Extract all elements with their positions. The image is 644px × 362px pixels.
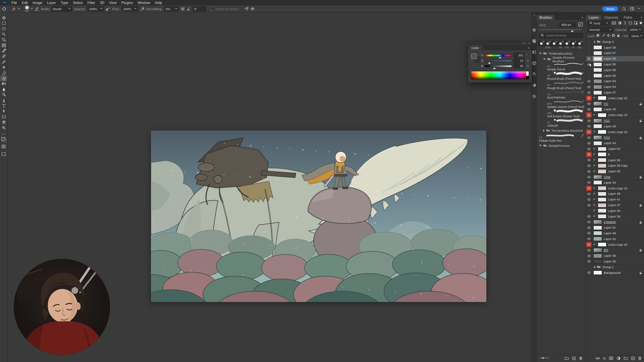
mode-select[interactable]: Brush [51,6,72,11]
layer-row[interactable]: Creature [586,220,644,225]
layer-thumbnail[interactable] [598,208,606,213]
tab-paths[interactable]: Paths [621,15,635,20]
layer-name[interactable]: b [608,153,610,156]
color-panel-icon[interactable] [532,27,536,33]
layer-row[interactable]: FG2 [586,135,644,141]
visibility-eye-toggle[interactable] [586,270,592,276]
menu-select[interactable]: Select [70,1,85,5]
layer-name[interactable]: Layer 36 [604,254,616,257]
brush-folder[interactable]: Tim-brushes-Nov2019 [537,128,585,133]
layer-thumbnail[interactable] [593,68,602,72]
visibility-eye-toggle[interactable] [586,231,592,236]
layer-row[interactable]: Layer 52 [586,146,644,152]
adjustments-panel-icon[interactable] [532,82,536,88]
expand-panels-icon[interactable]: « [533,14,535,17]
layer-row[interactable]: Layer 58 [586,45,644,51]
layer-name[interactable]: Lines copy 10 [608,97,627,100]
layer-thumbnail[interactable] [598,152,606,157]
visibility-eye-toggle[interactable] [586,220,592,225]
menu-plugins[interactable]: Plugins [119,1,135,5]
layer-name[interactable]: Layer 35 [604,260,616,263]
new-group-folder-icon[interactable] [624,357,628,361]
filter-toggle-icon[interactable] [639,21,642,25]
layer-row[interactable]: Layer 60 [586,56,644,62]
opacity-field[interactable]: 100% [87,6,104,11]
visibility-eye-toggle[interactable] [586,236,592,242]
layer-group-row[interactable]: Group 1 [586,264,644,270]
eraser-tool-icon[interactable] [11,7,16,11]
crop-tool[interactable] [0,37,7,43]
blend-mode-select[interactable]: Normal [588,27,613,32]
foreground-color-swatch[interactable] [471,54,477,59]
visibility-eye-toggle[interactable] [586,45,592,50]
brush-preset[interactable]: 800Splatter texture (Pencil Tool) [537,100,585,109]
brush-folder[interactable]: Simple Process Brushes [537,56,585,62]
brush-preset[interactable]: 10Simple Pencil [537,62,585,71]
eyedropper-tool[interactable] [0,48,7,53]
recent-brush-tile[interactable]: 60 [558,41,564,49]
visibility-eye-toggle[interactable] [586,56,592,61]
b-value-field[interactable]: 35 [514,64,525,68]
layer-opacity-field[interactable]: 100% [628,27,643,32]
menu-image[interactable]: Image [30,1,45,5]
brush-preset[interactable]: 14...Dust Particles [537,90,585,100]
layer-thumbnail[interactable] [598,96,606,100]
brush-search[interactable] [539,33,583,38]
layer-row[interactable]: Layer 46 [586,107,644,113]
edit-toolbar-icon[interactable]: ••• [2,132,5,135]
brush-preset[interactable]: 15Pallete Knife Pen [537,133,585,143]
visibility-eye-toggle[interactable] [586,214,592,219]
layer-name[interactable]: Layer 44 [604,141,616,145]
layer-thumbnail[interactable] [593,85,602,89]
quick-mask-icon[interactable] [1,144,6,150]
visibility-eye-toggle[interactable] [586,118,592,123]
brush-settings-icon[interactable] [578,22,583,27]
foreground-background-swatches[interactable] [471,54,480,62]
pressure-opacity-icon[interactable] [106,7,110,11]
chevron-right-icon[interactable] [543,129,545,132]
link-layers-icon[interactable] [595,356,600,361]
brush-size-slider[interactable] [540,28,581,32]
recent-brush-tile[interactable] [551,41,557,49]
layer-name[interactable]: Layer 40 [608,209,620,213]
layer-row[interactable]: Layer 38 [586,169,644,174]
layer-thumbnail[interactable] [593,90,602,95]
share-button[interactable]: Share [602,6,618,11]
layer-row[interactable]: Layer 42 [586,236,644,242]
layer-thumbnail[interactable] [593,79,602,83]
visibility-eye-toggle[interactable] [586,90,592,95]
layer-thumbnail[interactable] [598,203,606,207]
tab-brushes[interactable]: Brushes [537,15,554,20]
workspace-switcher-icon[interactable] [630,7,634,11]
layer-row[interactable]: Lines copy 10 [586,242,644,248]
libraries-panel-icon[interactable] [532,71,536,77]
new-brush-icon[interactable] [572,356,576,361]
layer-thumbnail[interactable] [598,214,606,219]
lock-transparency-icon[interactable] [596,34,600,38]
rectangular-marquee-tool[interactable] [0,20,7,26]
pressure-size-icon[interactable] [244,7,249,11]
visibility-eye-toggle[interactable] [586,191,592,197]
layer-thumbnail[interactable] [598,147,606,151]
b-slider[interactable] [485,65,512,67]
history-brush-tool[interactable] [0,70,7,75]
layer-thumbnail[interactable] [598,242,606,247]
layer-thumbnail[interactable] [598,186,606,190]
s-slider[interactable] [485,60,512,62]
smoothing-field[interactable]: 0% [164,6,179,11]
layer-thumbnail[interactable] [593,175,602,179]
pen-tool[interactable] [0,98,7,103]
tab-layers[interactable]: Layers [586,15,601,20]
recent-brush-tile[interactable]: 90 [571,41,576,49]
foreground-color-swatch[interactable] [1,137,5,141]
layer-row[interactable]: FG1 [586,118,644,124]
visibility-eye-toggle[interactable] [586,67,592,73]
visibility-eye-toggle[interactable] [586,96,592,101]
layer-thumbnail[interactable] [593,231,602,235]
menu-filter[interactable]: Filter [85,1,97,5]
layer-row[interactable]: Layer 44 [586,140,644,146]
gradients-panel-icon[interactable] [532,49,536,55]
visibility-eye-toggle[interactable] [586,39,592,45]
lock-artboard-icon[interactable] [612,34,615,38]
layer-name[interactable]: Layer 37 [608,203,620,207]
